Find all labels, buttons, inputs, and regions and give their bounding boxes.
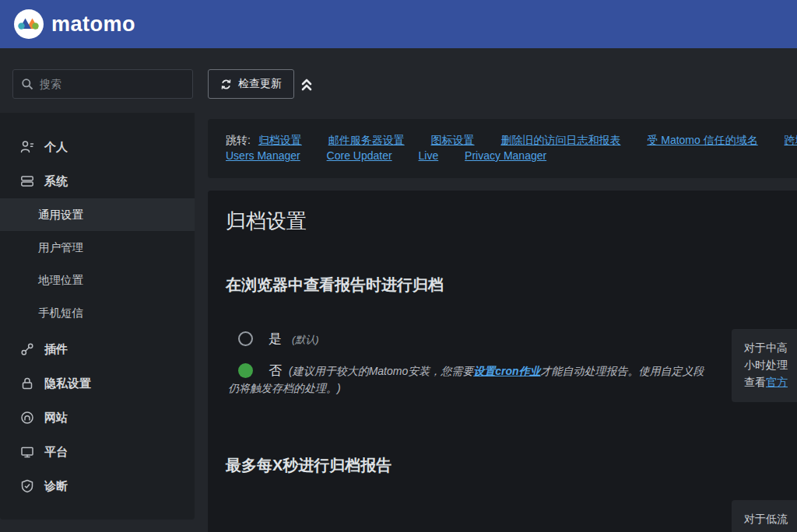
sidebar-item-system[interactable]: 系统 [0,164,195,198]
quicklink-mail-server[interactable]: 邮件服务器设置 [328,134,405,146]
sidebar-item-label: 手机短信 [38,306,83,320]
lock-icon [20,376,34,390]
radio-option-no: 否(建议用于较大的Matomo安装，您需要设置cron作业才能自动处理报告。使用… [226,362,707,397]
browser-archiving-heading: 在浏览器中查看报告时进行归档 [226,275,444,296]
quicklink-privacy-manager[interactable]: Privacy Manager [465,149,546,162]
admin-sidebar: 个人 系统 通用设置 用户管理 地理位置 手机短信 [0,113,195,520]
quick-links-panel: 跳转: 归档设置 邮件服务器设置 图标设置 删除旧的访问日志和报表 受 Mato… [208,119,797,178]
quicklink-delete-old-logs[interactable]: 删除旧的访问日志和报表 [500,134,620,146]
sidebar-item-label: 诊断 [44,479,68,494]
help-line: 查看官方 [744,373,797,390]
shield-check-icon [20,479,34,493]
sidebar-item-general-settings[interactable]: 通用设置 [0,198,195,231]
help-line: 对于中高 [744,339,797,356]
user-icon [20,140,34,154]
quicklink-users-manager[interactable]: Users Manager [226,149,300,162]
matomo-logo[interactable]: matomo [14,9,135,39]
sidebar-item-diagnostics[interactable]: 诊断 [0,469,195,503]
radio-no[interactable] [238,363,253,378]
help-box-archiving: 对于中高 小时处理 查看官方 [732,329,797,402]
app-window: matomo 检查更新 [0,0,797,532]
sidebar-item-users-management[interactable]: 用户管理 [0,231,195,264]
sidebar-item-label: 插件 [44,342,68,357]
search-icon [21,78,33,90]
help-line: 小时处理 [744,356,797,373]
quicklink-trusted-hosts[interactable]: 受 Matomo 信任的域名 [647,134,757,146]
sidebar-item-label: 网站 [44,411,68,425]
double-chevron-up-icon [300,77,314,93]
search-input[interactable] [40,78,184,90]
sidebar-item-privacy[interactable]: 隐私设置 [0,366,195,401]
check-updates-button[interactable]: 检查更新 [208,69,294,99]
check-updates-label: 检查更新 [238,77,282,91]
sidebar-item-label: 用户管理 [38,240,83,255]
sidebar-item-geolocation[interactable]: 地理位置 [0,264,195,296]
sidebar-item-platform[interactable]: 平台 [0,435,195,469]
quicklink-live[interactable]: Live [419,149,439,162]
top-header: matomo [0,0,797,48]
quicklink-core-updater[interactable]: Core Updater [327,149,392,162]
sidebar-item-personal[interactable]: 个人 [0,130,195,164]
sidebar-item-mobile-messaging[interactable]: 手机短信 [0,296,195,329]
setup-cron-link[interactable]: 设置cron作业 [473,365,540,377]
sidebar-item-label: 平台 [44,445,68,460]
radio-no-description-pre: (建议用于较大的Matomo安装，您需要 [289,365,473,377]
page-title: 归档设置 [226,208,307,235]
ttl-heading: 最多每X秒进行归档报告 [226,455,391,476]
sidebar-item-label: 地理位置 [38,273,83,288]
help-line-text: 查看 [744,376,766,388]
server-icon [20,174,34,188]
sidebar-item-label: 隐私设置 [44,376,91,391]
monitor-icon [20,445,34,459]
plugin-icon [20,342,34,356]
official-docs-link[interactable]: 官方 [766,376,788,388]
radio-option-yes: 是 (默认) [226,331,707,348]
help-line: 对于低流 [744,510,797,527]
radio-yes-note: (默认) [292,334,319,345]
radio-yes[interactable] [238,331,253,346]
content-panel: 归档设置 在浏览器中查看报告时进行归档 是 (默认) 否(建议用于较大的Mato… [208,191,797,532]
radio-no-label: 否 [269,363,282,378]
sidebar-item-websites[interactable]: 网站 [0,401,195,435]
quicklink-archiving[interactable]: 归档设置 [258,134,302,146]
website-icon [20,411,34,425]
refresh-icon [220,79,232,90]
brand-name: matomo [51,12,135,37]
sidebar-item-plugins[interactable]: 插件 [0,332,195,366]
jump-label: 跳转: [226,134,251,146]
sidebar-item-label: 个人 [44,140,68,155]
sidebar-item-label: 系统 [44,174,68,189]
help-box-ttl: 对于低流 [732,500,797,532]
collapse-menu-button[interactable] [298,75,315,94]
admin-search[interactable] [12,69,193,99]
radio-yes-label: 是 [269,331,282,346]
matomo-logo-icon [14,9,44,39]
sidebar-item-label: 通用设置 [38,208,83,222]
quicklink-cors[interactable]: 跨域 [785,134,797,146]
quicklink-branding[interactable]: 图标设置 [431,134,475,146]
